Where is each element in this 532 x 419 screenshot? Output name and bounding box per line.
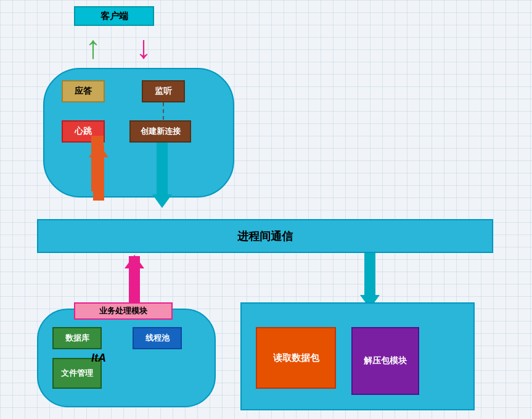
- box-yingda: 应答: [62, 80, 105, 102]
- arrow-teal2-stem: [364, 253, 375, 296]
- xintiao-label: 心跳: [75, 126, 92, 137]
- xianchengchi-label: 线程池: [145, 333, 170, 344]
- box-jianting: 监听: [142, 80, 185, 102]
- label-ita: ItA: [73, 342, 124, 373]
- biz-label-text: 业务处理模块: [99, 305, 147, 317]
- arrow-teal1-head: [152, 194, 172, 208]
- diagram-container: 客户端 应答 监听 心跳 创建新连接 监听应答包 进程间通信: [0, 0, 532, 419]
- box-duqu: 读取数据包: [256, 327, 336, 389]
- jianting-label: 监听: [155, 86, 172, 97]
- arrow-down-pink-icon: [136, 31, 152, 63]
- yingda-label: 应答: [75, 86, 92, 97]
- arrow-pink-head: [125, 255, 144, 268]
- arrow-teal1-stem: [157, 143, 168, 195]
- ipc-label: 进程间通信: [237, 229, 293, 244]
- client-label: 客户端: [100, 10, 128, 22]
- duqu-label: 读取数据包: [273, 352, 319, 364]
- arrow-orange-head: [89, 144, 108, 157]
- dashed-line: [163, 102, 164, 120]
- box-xianchengchi: 线程池: [133, 327, 182, 349]
- jieyabao-label: 解压包模块: [364, 355, 407, 367]
- ita-text: ItA: [91, 352, 106, 365]
- chuangjian-label: 创建新连接: [141, 126, 181, 137]
- box-jieyabao: 解压包模块: [351, 327, 419, 395]
- client-box: 客户端: [74, 6, 154, 26]
- ipc-bar: 进程间通信: [37, 219, 493, 253]
- box-chuangjian: 创建新连接: [129, 120, 191, 143]
- label-biz: 业务处理模块: [74, 302, 173, 320]
